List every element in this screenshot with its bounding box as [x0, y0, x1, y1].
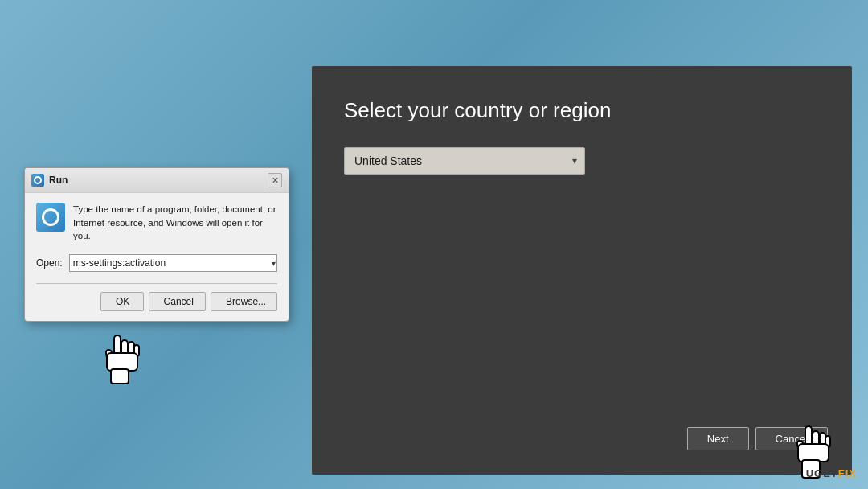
run-dialog: Run ✕ Type the name of a program, folder… — [24, 167, 289, 322]
run-dialog-title: Run — [49, 175, 68, 186]
cancel-button[interactable]: Cancel — [149, 292, 207, 311]
svg-rect-6 — [111, 369, 129, 384]
run-open-row: Open: ▾ — [36, 254, 277, 272]
country-select-wrapper: United States Canada United Kingdom Aust… — [344, 147, 585, 175]
run-input-wrapper: ▾ — [69, 254, 277, 272]
next-button[interactable]: Next — [687, 427, 749, 450]
setup-content: Select your country or region United Sta… — [312, 66, 852, 199]
open-label: Open: — [36, 257, 63, 269]
svg-rect-1 — [121, 340, 128, 356]
ok-button[interactable]: OK — [100, 292, 144, 311]
dropdown-arrow-icon[interactable]: ▾ — [272, 259, 276, 268]
run-input[interactable] — [69, 254, 277, 272]
run-description-text: Type the name of a program, folder, docu… — [73, 203, 277, 243]
run-body: Type the name of a program, folder, docu… — [25, 193, 289, 321]
svg-rect-0 — [114, 335, 121, 356]
watermark-prefix: UGET — [806, 467, 838, 479]
page-title: Select your country or region — [344, 98, 820, 123]
hand-cursor-ok — [96, 334, 145, 390]
svg-rect-3 — [134, 345, 139, 356]
run-titlebar: Run ✕ — [25, 168, 289, 193]
close-button[interactable]: ✕ — [268, 173, 282, 187]
run-icon-inner — [34, 176, 42, 184]
country-select[interactable]: United States Canada United Kingdom Aust… — [344, 147, 585, 175]
run-app-icon — [31, 174, 44, 187]
svg-rect-2 — [129, 342, 134, 356]
run-buttons: OK Cancel Browse... — [36, 292, 277, 311]
setup-footer: Next Cancel — [687, 427, 828, 450]
run-big-icon — [36, 203, 65, 232]
run-title-left: Run — [31, 174, 68, 187]
browse-button[interactable]: Browse... — [211, 292, 277, 311]
svg-rect-4 — [105, 349, 113, 361]
run-description-row: Type the name of a program, folder, docu… — [36, 203, 277, 243]
divider — [36, 283, 277, 284]
svg-rect-5 — [107, 353, 137, 371]
run-big-icon-inner — [42, 208, 59, 226]
watermark: UGETFIX — [806, 467, 857, 479]
cancel-setup-button[interactable]: Cancel — [755, 427, 828, 450]
setup-panel: Select your country or region United Sta… — [312, 66, 852, 475]
watermark-highlight: FIX — [838, 467, 857, 479]
